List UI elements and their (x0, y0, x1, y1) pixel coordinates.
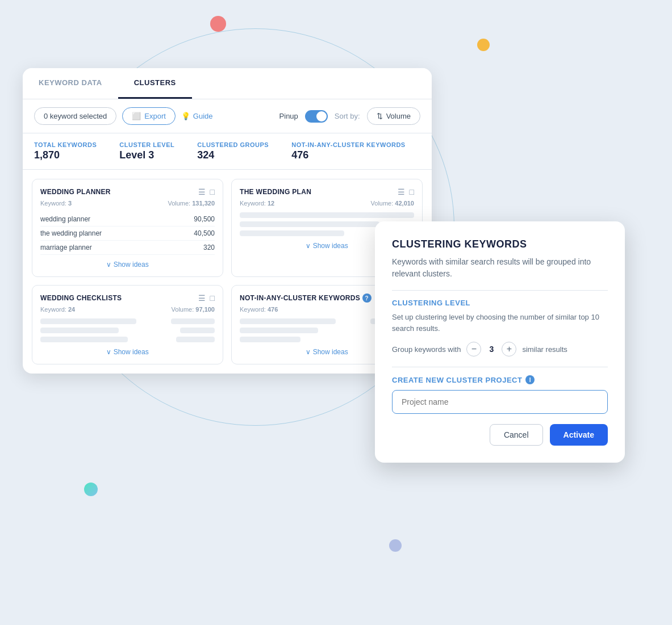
cluster-title-not-in-cluster: NOT-IN-ANY-CLUSTER KEYWORDS ? (240, 293, 372, 303)
blur-row-pair (40, 337, 215, 342)
tabs-row: KEYWORD DATA CLUSTERS (23, 68, 432, 99)
cluster-keyword-count: Keyword: 24 (40, 306, 75, 313)
cancel-button[interactable]: Cancel (490, 424, 543, 446)
cluster-card-wedding-checklists: WEDDING CHECKLISTS ☰ □ Keyword: 24 Volum… (32, 285, 223, 364)
keyword-row-3: marriage planner 320 (40, 241, 215, 255)
guide-icon: 💡 (181, 112, 190, 120)
blur-row (40, 318, 136, 324)
sort-by-label: Sort by: (335, 112, 360, 120)
cluster-header-wedding-checklists: WEDDING CHECKLISTS ☰ □ (40, 293, 215, 303)
keyword-row-1: wedding planner 90,500 (40, 212, 215, 226)
cluster-title-wedding-checklists: WEDDING CHECKLISTS (40, 294, 122, 302)
blur-row (40, 337, 128, 342)
stat-total-keywords-value: 1,870 (34, 149, 97, 161)
blur-row (171, 318, 215, 324)
clustering-panel: CLUSTERING KEYWORDS Keywords with simila… (375, 221, 625, 463)
blur-row (40, 328, 119, 333)
blur-row (176, 337, 215, 342)
cluster-meta-wedding-plan: Keyword: 12 Volume: 42,010 (240, 200, 414, 207)
cluster-keyword-count: Keyword: 3 (40, 200, 72, 207)
blur-row (240, 337, 300, 342)
create-cluster-title: CREATE NEW CLUSTER PROJECT i (392, 375, 608, 384)
cluster-title-wedding-plan: THE WEDDING PLAN (240, 188, 311, 196)
keyword-name: the wedding planner (40, 229, 102, 237)
export-label: Export (144, 112, 166, 120)
cluster-header-wedding-plan: THE WEDDING PLAN ☰ □ (240, 187, 414, 196)
panel-desc: Keywords with similar search results wil… (392, 256, 608, 280)
keyword-value: 90,500 (194, 215, 215, 223)
pinup-label: Pinup (279, 112, 298, 120)
sort-volume-button[interactable]: ⇅ Volume (367, 107, 420, 125)
copy-icon[interactable]: □ (210, 187, 215, 196)
clusters-grid: WEDDING PLANNER ☰ □ Keyword: 3 Volume: 1… (23, 170, 432, 374)
deco-circle-teal (84, 483, 98, 496)
stat-total-keywords: TOTAL KEYWORDS 1,870 (34, 141, 97, 161)
export-icon: ⬜ (132, 112, 141, 120)
panel-title: CLUSTERING KEYWORDS (392, 238, 608, 250)
tab-keyword-data[interactable]: KEYWORD DATA (23, 68, 118, 99)
copy-icon[interactable]: □ (410, 187, 414, 196)
blur-row (240, 328, 318, 333)
cluster-card-wedding-planner: WEDDING PLANNER ☰ □ Keyword: 3 Volume: 1… (32, 179, 223, 277)
copy-icon[interactable]: □ (210, 293, 215, 303)
panel-divider-2 (392, 367, 608, 367)
stat-clustered-groups-label: CLUSTERED GROUPS (197, 141, 269, 148)
deco-circle-orange (477, 39, 490, 51)
panel-actions: Cancel Activate (392, 424, 608, 446)
toolbar: 0 keyword selected ⬜ Export 💡 Guide Pinu… (23, 99, 432, 133)
stat-clustered-groups-value: 324 (197, 149, 269, 161)
stepper-decrement[interactable]: − (466, 342, 481, 356)
blur-row (240, 318, 336, 324)
show-ideas-wedding-planner[interactable]: ∨ Show ideas (40, 261, 215, 269)
blur-row-pair (40, 318, 215, 324)
clustering-level-desc: Set up clustering level by choosing the … (392, 312, 608, 334)
stat-clustered-groups: CLUSTERED GROUPS 324 (197, 141, 269, 161)
create-cluster-info-icon[interactable]: i (525, 375, 535, 384)
guide-button[interactable]: 💡 Guide (181, 112, 213, 120)
cluster-icons-wedding-planner: ☰ □ (198, 187, 215, 196)
guide-label: Guide (193, 112, 213, 120)
main-card: KEYWORD DATA CLUSTERS 0 keyword selected… (23, 68, 432, 374)
cluster-keyword-count: Keyword: 12 (240, 200, 274, 207)
blur-row (180, 328, 215, 333)
blur-row (240, 221, 379, 227)
deco-circle-purple (389, 539, 402, 552)
group-keywords-row: Group keywords with − 3 + similar result… (392, 342, 608, 356)
blur-row-pair (40, 328, 215, 333)
stat-not-in-cluster: NOT-IN-ANY-CLUSTER KEYWORDS 476 (291, 141, 406, 161)
cluster-meta-wedding-planner: Keyword: 3 Volume: 131,320 (40, 200, 215, 207)
list-icon[interactable]: ☰ (198, 293, 206, 303)
group-keywords-suffix: similar results (522, 345, 567, 354)
deco-circle-pink (210, 16, 226, 32)
stepper-value: 3 (486, 345, 497, 354)
cluster-header-wedding-planner: WEDDING PLANNER ☰ □ (40, 187, 215, 196)
not-in-cluster-info-icon[interactable]: ? (362, 293, 372, 303)
list-icon[interactable]: ☰ (198, 187, 206, 196)
cluster-volume: Volume: 131,320 (168, 200, 215, 207)
stat-not-in-cluster-value: 476 (291, 149, 406, 161)
keyword-name: wedding planner (40, 215, 90, 223)
stepper: − 3 + (466, 342, 516, 356)
keyword-name: marriage planner (40, 244, 92, 251)
show-ideas-wedding-checklists[interactable]: ∨ Show ideas (40, 348, 215, 356)
export-button[interactable]: ⬜ Export (122, 107, 176, 125)
stepper-increment[interactable]: + (502, 342, 516, 356)
keyword-value: 40,500 (194, 229, 215, 237)
stat-cluster-level-value: Level 3 (119, 149, 174, 161)
toolbar-right: Pinup Sort by: ⇅ Volume (279, 107, 420, 125)
keyword-selected-button[interactable]: 0 keyword selected (34, 107, 116, 125)
stat-not-in-cluster-label: NOT-IN-ANY-CLUSTER KEYWORDS (291, 141, 406, 148)
cluster-volume: Volume: 42,010 (371, 200, 414, 207)
tab-clusters[interactable]: CLUSTERS (118, 68, 192, 99)
activate-button[interactable]: Activate (550, 424, 608, 446)
project-name-input[interactable] (392, 390, 608, 414)
sort-volume-label: Volume (386, 112, 411, 120)
clustering-level-title: CLUSTERING LEVEL (392, 299, 608, 307)
keyword-value: 320 (203, 244, 215, 251)
keyword-row-2: the wedding planner 40,500 (40, 226, 215, 241)
blur-row (240, 230, 344, 236)
cluster-title-wedding-planner: WEDDING PLANNER (40, 188, 111, 196)
list-icon[interactable]: ☰ (398, 187, 405, 196)
stats-row: TOTAL KEYWORDS 1,870 CLUSTER LEVEL Level… (23, 133, 432, 170)
pinup-toggle[interactable] (305, 110, 328, 123)
